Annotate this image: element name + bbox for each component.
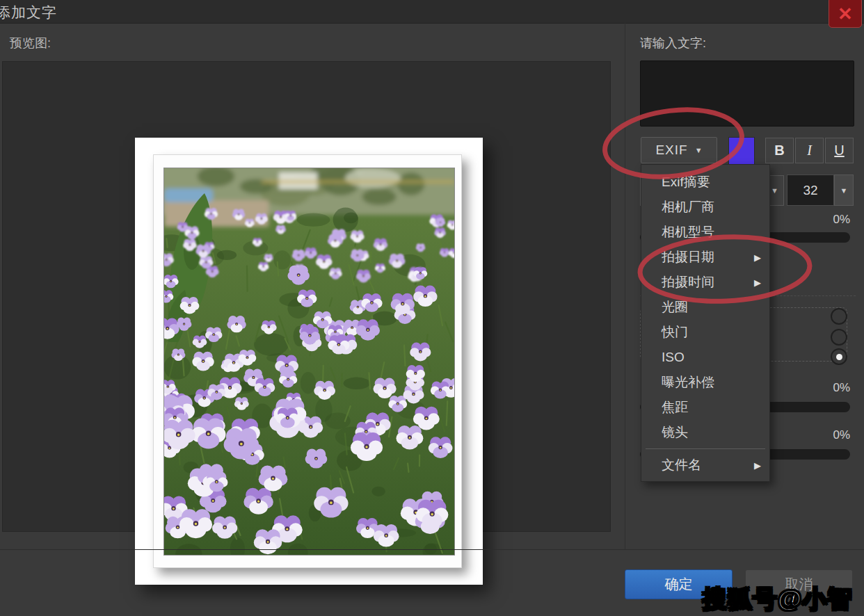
menu-item-光圈[interactable]: 光圈 xyxy=(641,295,769,320)
menu-item-label: 镜头 xyxy=(662,423,761,441)
radio-button-2[interactable] xyxy=(831,329,847,346)
radio-dot xyxy=(836,354,842,360)
menu-item-文件名[interactable]: 文件名▶ xyxy=(641,453,769,478)
watermark: 搜狐号@小智888 xyxy=(703,583,864,616)
close-icon: ✕ xyxy=(838,3,853,25)
exif-button-label: EXIF xyxy=(655,143,687,158)
preview-label: 预览图: xyxy=(10,35,51,51)
chevron-down-icon: ▼ xyxy=(771,186,778,195)
photo-frame xyxy=(153,154,462,568)
color-swatch[interactable] xyxy=(728,137,755,165)
menu-item-label: ISO xyxy=(662,350,761,365)
menu-item-拍摄日期[interactable]: 拍摄日期▶ xyxy=(641,245,769,270)
menu-item-label: 相机厂商 xyxy=(662,198,761,216)
radio-button-1[interactable] xyxy=(831,308,847,325)
submenu-arrow-icon: ▶ xyxy=(754,277,761,288)
flower-photo-wrap xyxy=(163,168,455,556)
underline-button[interactable]: U xyxy=(825,138,854,163)
flower-photo xyxy=(164,168,454,555)
menu-item-拍摄时间[interactable]: 拍摄时间▶ xyxy=(641,270,769,295)
slider-value-3: 0% xyxy=(833,428,850,442)
menu-item-焦距[interactable]: 焦距 xyxy=(641,395,769,420)
window-titlebar: 添加文字 xyxy=(0,0,864,24)
add-text-dialog: 添加文字 ✕ 预览图: 请输入文字: EXIF ▼ B I U ▼ 32 ▼ 0… xyxy=(0,0,864,616)
menu-separator xyxy=(646,448,765,449)
menu-item-label: Exif摘要 xyxy=(662,173,761,191)
menu-item-相机型号[interactable]: 相机型号 xyxy=(641,220,769,245)
photo-card xyxy=(135,138,483,585)
menu-item-label: 曝光补偿 xyxy=(662,373,761,391)
menu-item-label: 相机型号 xyxy=(662,223,761,241)
italic-button[interactable]: I xyxy=(795,138,824,163)
menu-item-label: 拍摄日期 xyxy=(662,248,754,266)
menu-item-label: 光圈 xyxy=(662,298,761,316)
exif-dropdown-button[interactable]: EXIF ▼ xyxy=(641,137,717,163)
chevron-down-icon: ▼ xyxy=(840,186,848,195)
exif-menu: Exif摘要相机厂商相机型号拍摄日期▶拍摄时间▶光圈快门ISO曝光补偿焦距镜头文… xyxy=(641,164,770,482)
text-input[interactable] xyxy=(640,60,854,127)
radio-button-3[interactable] xyxy=(831,348,847,365)
submenu-arrow-icon: ▶ xyxy=(754,460,761,471)
slider-value-2: 0% xyxy=(833,381,850,395)
slider-value-1: 0% xyxy=(833,213,850,227)
font-size-dropdown-button[interactable]: ▼ xyxy=(834,175,854,206)
font-size-value[interactable]: 32 xyxy=(787,175,834,206)
menu-item-镜头[interactable]: 镜头 xyxy=(641,420,769,445)
text-input-label: 请输入文字: xyxy=(640,35,706,51)
menu-item-相机厂商[interactable]: 相机厂商 xyxy=(641,195,769,220)
menu-item-曝光补偿[interactable]: 曝光补偿 xyxy=(641,370,769,395)
chevron-down-icon: ▼ xyxy=(695,146,703,154)
menu-item-label: 快门 xyxy=(662,323,761,341)
preview-area xyxy=(2,61,611,532)
close-button[interactable]: ✕ xyxy=(829,0,862,28)
panel-divider xyxy=(625,23,625,549)
menu-item-label: 拍摄时间 xyxy=(662,273,754,291)
menu-item-label: 焦距 xyxy=(662,398,761,416)
bold-button[interactable]: B xyxy=(765,138,794,163)
menu-item-ISO[interactable]: ISO xyxy=(641,345,769,370)
window-title: 添加文字 xyxy=(0,3,57,22)
menu-item-Exif摘要[interactable]: Exif摘要 xyxy=(641,170,769,195)
menu-item-label: 文件名 xyxy=(662,456,754,474)
submenu-arrow-icon: ▶ xyxy=(754,252,761,263)
menu-item-快门[interactable]: 快门 xyxy=(641,320,769,345)
footer-divider xyxy=(0,549,864,550)
